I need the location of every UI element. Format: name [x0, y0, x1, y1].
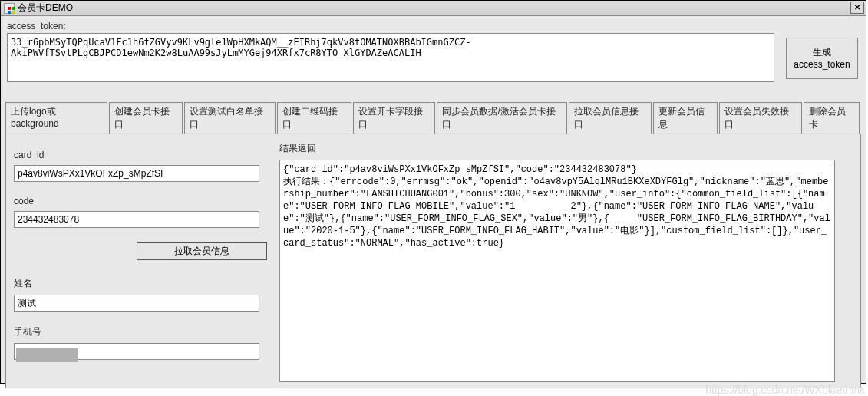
tabs-container: 上传logo或background 创建会员卡接口 设置测试白名单接口 创建二维…	[5, 102, 861, 389]
access-token-label: access_token:	[7, 21, 66, 31]
titlebar: 会员卡DEMO ✕	[1, 1, 866, 16]
tab-whitelist[interactable]: 设置测试白名单接口	[184, 102, 276, 134]
code-label: code	[14, 196, 275, 206]
tab-upload-logo[interactable]: 上传logo或background	[5, 102, 107, 134]
card-id-input[interactable]	[14, 165, 259, 182]
tabs-bar: 上传logo或background 创建会员卡接口 设置测试白名单接口 创建二维…	[5, 102, 861, 134]
card-id-label: card_id	[14, 150, 275, 160]
result-column: 结果返回 {"card_id":"p4av8viWsPXx1VkOFxZp_sM…	[279, 142, 840, 382]
app-window: 会员卡DEMO ✕ access_token: 生成 access_token …	[0, 0, 866, 384]
name-label: 姓名	[14, 277, 275, 290]
app-icon	[4, 3, 15, 14]
close-button[interactable]: ✕	[850, 2, 864, 14]
generate-token-button[interactable]: 生成 access_token	[786, 38, 858, 79]
phone-redacted-overlay	[16, 348, 78, 362]
tab-fetch-member[interactable]: 拉取会员信息接口	[569, 102, 652, 134]
tab-update-member[interactable]: 更新会员信息	[653, 102, 718, 134]
tab-create-card[interactable]: 创建会员卡接口	[109, 102, 183, 134]
code-input[interactable]	[14, 211, 259, 228]
form-left-column: card_id code 拉取会员信息 姓名 手机号	[14, 142, 275, 378]
tab-body: card_id code 拉取会员信息 姓名 手机号 结果返回 {"card_i…	[5, 134, 861, 388]
tab-invalidate[interactable]: 设置会员失效接口	[719, 102, 802, 134]
window-title: 会员卡DEMO	[18, 2, 73, 15]
tab-sync-activate[interactable]: 同步会员数据/激活会员卡接口	[437, 102, 567, 134]
fetch-member-button[interactable]: 拉取会员信息	[137, 242, 267, 260]
token-panel: access_token: 生成 access_token	[1, 16, 866, 85]
result-textarea[interactable]: {"card_id":"p4av8viWsPXx1VkOFxZp_sMpZfSI…	[279, 160, 835, 382]
name-input[interactable]	[14, 295, 259, 312]
tab-delete-card[interactable]: 删除会员卡	[804, 102, 860, 134]
result-label: 结果返回	[279, 142, 840, 155]
phone-label: 手机号	[14, 325, 275, 338]
access-token-input[interactable]	[7, 33, 774, 82]
tab-qrcode[interactable]: 创建二维码接口	[277, 102, 351, 134]
tab-card-fields[interactable]: 设置开卡字段接口	[353, 102, 436, 134]
